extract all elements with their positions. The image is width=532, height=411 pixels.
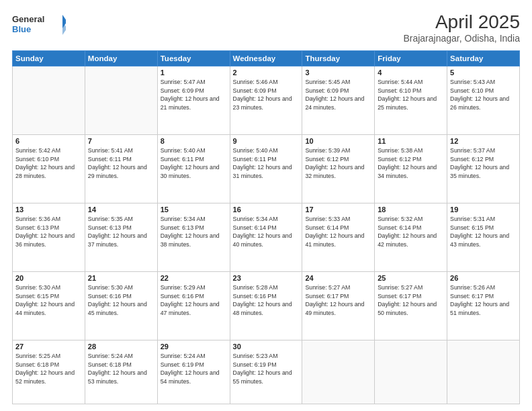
day-number: 18 <box>378 205 444 214</box>
day-number: 22 <box>161 274 227 282</box>
day-header: Sunday <box>13 50 85 66</box>
calendar-cell: 4Sunrise: 5:44 AMSunset: 6:10 PMDaylight… <box>375 66 447 134</box>
day-info: Sunrise: 5:37 AMSunset: 6:12 PMDaylight:… <box>450 146 517 181</box>
day-header: Friday <box>375 50 447 66</box>
day-number: 3 <box>305 68 371 77</box>
day-number: 15 <box>161 205 227 214</box>
day-number: 11 <box>378 137 444 145</box>
day-number: 23 <box>233 274 300 282</box>
day-info: Sunrise: 5:39 AMSunset: 6:12 PMDaylight:… <box>305 146 371 181</box>
calendar-cell: 24Sunrise: 5:27 AMSunset: 6:17 PMDayligh… <box>302 271 375 340</box>
calendar-cell: 26Sunrise: 5:26 AMSunset: 6:17 PMDayligh… <box>447 271 520 340</box>
day-number: 28 <box>88 342 154 351</box>
calendar-cell <box>13 66 85 134</box>
day-number: 12 <box>450 137 517 145</box>
calendar-cell: 28Sunrise: 5:24 AMSunset: 6:18 PMDayligh… <box>85 340 157 404</box>
calendar-cell: 16Sunrise: 5:34 AMSunset: 6:14 PMDayligh… <box>230 203 302 271</box>
day-number: 16 <box>233 205 300 214</box>
day-info: Sunrise: 5:46 AMSunset: 6:09 PMDaylight:… <box>233 78 300 112</box>
calendar-cell: 8Sunrise: 5:40 AMSunset: 6:11 PMDaylight… <box>157 134 230 203</box>
calendar-cell: 5Sunrise: 5:43 AMSunset: 6:10 PMDaylight… <box>447 66 520 134</box>
calendar-cell: 17Sunrise: 5:33 AMSunset: 6:14 PMDayligh… <box>302 203 375 271</box>
day-header: Thursday <box>302 50 375 66</box>
day-info: Sunrise: 5:27 AMSunset: 6:17 PMDaylight:… <box>378 283 444 318</box>
day-number: 27 <box>15 342 82 351</box>
day-number: 25 <box>378 274 444 282</box>
calendar-cell: 18Sunrise: 5:32 AMSunset: 6:14 PMDayligh… <box>375 203 447 271</box>
calendar-cell: 25Sunrise: 5:27 AMSunset: 6:17 PMDayligh… <box>375 271 447 340</box>
day-number: 1 <box>161 68 227 77</box>
calendar-cell: 6Sunrise: 5:42 AMSunset: 6:10 PMDaylight… <box>13 134 85 203</box>
day-info: Sunrise: 5:40 AMSunset: 6:11 PMDaylight:… <box>161 146 227 181</box>
day-header: Saturday <box>447 50 520 66</box>
day-info: Sunrise: 5:24 AMSunset: 6:19 PMDaylight:… <box>161 352 227 386</box>
month-title: April 2025 <box>403 12 520 33</box>
day-info: Sunrise: 5:23 AMSunset: 6:19 PMDaylight:… <box>233 352 300 386</box>
day-info: Sunrise: 5:47 AMSunset: 6:09 PMDaylight:… <box>161 78 227 112</box>
calendar-cell: 12Sunrise: 5:37 AMSunset: 6:12 PMDayligh… <box>447 134 520 203</box>
day-number: 19 <box>450 205 517 214</box>
calendar-table: SundayMondayTuesdayWednesdayThursdayFrid… <box>12 50 520 404</box>
day-number: 14 <box>88 205 154 214</box>
day-number: 4 <box>378 68 444 77</box>
day-header: Tuesday <box>157 50 230 66</box>
calendar-cell: 3Sunrise: 5:45 AMSunset: 6:09 PMDaylight… <box>302 66 375 134</box>
calendar-cell <box>302 340 375 404</box>
day-number: 7 <box>88 137 154 145</box>
day-header: Wednesday <box>230 50 302 66</box>
calendar-cell: 20Sunrise: 5:30 AMSunset: 6:15 PMDayligh… <box>13 271 85 340</box>
day-info: Sunrise: 5:30 AMSunset: 6:16 PMDaylight:… <box>88 283 154 318</box>
day-info: Sunrise: 5:40 AMSunset: 6:11 PMDaylight:… <box>233 146 300 181</box>
page: General Blue April 2025 Brajarajnagar, O… <box>0 0 532 411</box>
day-info: Sunrise: 5:45 AMSunset: 6:09 PMDaylight:… <box>305 78 371 112</box>
calendar-cell: 30Sunrise: 5:23 AMSunset: 6:19 PMDayligh… <box>230 340 302 404</box>
day-number: 17 <box>305 205 371 214</box>
calendar-cell: 11Sunrise: 5:38 AMSunset: 6:12 PMDayligh… <box>375 134 447 203</box>
calendar-cell: 22Sunrise: 5:29 AMSunset: 6:16 PMDayligh… <box>157 271 230 340</box>
day-number: 26 <box>450 274 517 282</box>
calendar-cell: 7Sunrise: 5:41 AMSunset: 6:11 PMDaylight… <box>85 134 157 203</box>
day-info: Sunrise: 5:34 AMSunset: 6:14 PMDaylight:… <box>233 215 300 249</box>
calendar-cell: 27Sunrise: 5:25 AMSunset: 6:18 PMDayligh… <box>13 340 85 404</box>
calendar-cell: 1Sunrise: 5:47 AMSunset: 6:09 PMDaylight… <box>157 66 230 134</box>
day-number: 8 <box>161 137 227 145</box>
day-info: Sunrise: 5:24 AMSunset: 6:18 PMDaylight:… <box>88 352 154 386</box>
calendar-cell: 13Sunrise: 5:36 AMSunset: 6:13 PMDayligh… <box>13 203 85 271</box>
calendar-cell: 29Sunrise: 5:24 AMSunset: 6:19 PMDayligh… <box>157 340 230 404</box>
svg-text:Blue: Blue <box>12 24 31 34</box>
day-header: Monday <box>85 50 157 66</box>
day-number: 29 <box>161 342 227 351</box>
logo-icon: General Blue <box>12 12 66 36</box>
day-info: Sunrise: 5:35 AMSunset: 6:13 PMDaylight:… <box>88 215 154 249</box>
day-number: 24 <box>305 274 371 282</box>
calendar-cell <box>375 340 447 404</box>
day-info: Sunrise: 5:27 AMSunset: 6:17 PMDaylight:… <box>305 283 371 318</box>
day-info: Sunrise: 5:33 AMSunset: 6:14 PMDaylight:… <box>305 215 371 249</box>
day-number: 9 <box>233 137 300 145</box>
day-info: Sunrise: 5:26 AMSunset: 6:17 PMDaylight:… <box>450 283 517 318</box>
day-number: 30 <box>233 342 300 351</box>
calendar-cell: 21Sunrise: 5:30 AMSunset: 6:16 PMDayligh… <box>85 271 157 340</box>
day-info: Sunrise: 5:29 AMSunset: 6:16 PMDaylight:… <box>161 283 227 318</box>
day-info: Sunrise: 5:30 AMSunset: 6:15 PMDaylight:… <box>15 283 82 318</box>
calendar-cell: 10Sunrise: 5:39 AMSunset: 6:12 PMDayligh… <box>302 134 375 203</box>
calendar-cell: 15Sunrise: 5:34 AMSunset: 6:13 PMDayligh… <box>157 203 230 271</box>
calendar-cell: 14Sunrise: 5:35 AMSunset: 6:13 PMDayligh… <box>85 203 157 271</box>
logo: General Blue <box>12 12 66 36</box>
day-number: 13 <box>15 205 82 214</box>
day-info: Sunrise: 5:38 AMSunset: 6:12 PMDaylight:… <box>378 146 444 181</box>
day-number: 6 <box>15 137 82 145</box>
day-info: Sunrise: 5:44 AMSunset: 6:10 PMDaylight:… <box>378 78 444 112</box>
svg-text:General: General <box>12 14 44 24</box>
day-number: 10 <box>305 137 371 145</box>
day-number: 5 <box>450 68 517 77</box>
calendar-cell: 2Sunrise: 5:46 AMSunset: 6:09 PMDaylight… <box>230 66 302 134</box>
calendar-cell <box>85 66 157 134</box>
title-block: April 2025 Brajarajnagar, Odisha, India <box>403 12 520 44</box>
day-info: Sunrise: 5:25 AMSunset: 6:18 PMDaylight:… <box>15 352 82 386</box>
location-title: Brajarajnagar, Odisha, India <box>403 33 520 44</box>
day-info: Sunrise: 5:32 AMSunset: 6:14 PMDaylight:… <box>378 215 444 249</box>
day-info: Sunrise: 5:34 AMSunset: 6:13 PMDaylight:… <box>161 215 227 249</box>
day-number: 21 <box>88 274 154 282</box>
day-info: Sunrise: 5:36 AMSunset: 6:13 PMDaylight:… <box>15 215 82 249</box>
